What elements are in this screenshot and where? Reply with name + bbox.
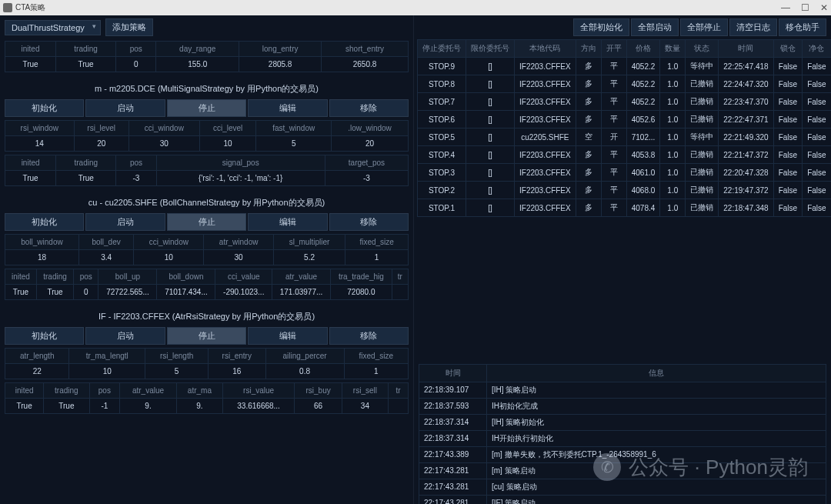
action-全部初始化[interactable]: 全部初始化	[573, 18, 629, 36]
order-row[interactable]: STOP.9[]IF2203.CFFEX多平4052.21.0等待中22:25:…	[418, 58, 832, 75]
table-row: TrueTrue072722.565...71017.434...-290.10…	[5, 285, 409, 300]
table-row: 22105160.81	[5, 364, 409, 379]
col-header: inited	[5, 155, 56, 171]
strategy-编辑-button[interactable]: 编辑	[248, 99, 327, 117]
log-row: 22:17:43.281[cu] 策略启动	[419, 479, 826, 495]
col-header: boll_dev	[78, 235, 133, 250]
col-header: cci_level	[199, 121, 256, 136]
strategy-初始化-button[interactable]: 初始化	[5, 99, 84, 117]
log-row: 22:17:43.281[IF] 策略启动	[419, 495, 826, 504]
order-header: 限价委托号	[466, 40, 515, 58]
log-row: 22:17:43.389[m] 撤单失败，找不到委托CTP.1_-2643589…	[419, 446, 826, 462]
action-全部启动[interactable]: 全部启动	[631, 18, 679, 36]
strategy-初始化-button[interactable]: 初始化	[5, 213, 84, 231]
action-移仓助手[interactable]: 移仓助手	[779, 18, 826, 36]
log-row: 22:18:39.107[IH] 策略启动	[419, 382, 826, 398]
strategy-title: cu - cu2205.SHFE (BollChannelStrategy by…	[5, 194, 409, 213]
order-row[interactable]: STOP.6[]IF2203.CFFEX多平4052.61.0已撤销22:22:…	[418, 111, 832, 129]
col-header: cci_value	[215, 269, 272, 285]
strategy-启动-button[interactable]: 启动	[85, 99, 165, 117]
order-row[interactable]: STOP.4[]IF2203.CFFEX多平4053.81.0已撤销22:21:…	[418, 146, 832, 164]
col-header: rsi_level	[74, 121, 128, 136]
close-icon[interactable]: ✕	[820, 2, 828, 13]
col-header: rsi_window	[5, 121, 75, 136]
orders-table: 停止委托号限价委托号本地代码方向开平价格数量状态时间锁仓净仓策略名STOP.9[…	[417, 39, 831, 217]
minimize-icon[interactable]: —	[781, 2, 790, 13]
col-header: rsi_entry	[209, 349, 266, 364]
strategy-params-table: initedtradingposboll_upboll_downcci_valu…	[5, 269, 409, 300]
order-row[interactable]: STOP.8[]IF2203.CFFEX多平4052.21.0已撤销22:24:…	[418, 75, 832, 93]
strategy-初始化-button[interactable]: 初始化	[5, 327, 84, 345]
strategy-params-table: rsi_windowrsi_levelcci_windowcci_levelfa…	[5, 120, 409, 152]
order-row[interactable]: STOP.2[]IF2203.CFFEX多平4068.01.0已撤销22:19:…	[418, 182, 832, 199]
order-header: 开平	[601, 40, 626, 58]
col-header: pos	[89, 383, 120, 399]
order-header: 本地代码	[515, 40, 576, 58]
strategy-启动-button[interactable]: 启动	[85, 213, 165, 231]
order-header: 数量	[660, 40, 686, 58]
col-header: tr	[388, 383, 408, 399]
col-header: tr_ma_lengtl	[69, 349, 145, 364]
log-table: 时间信息22:18:39.107[IH] 策略启动22:18:37.593IH初…	[419, 364, 826, 505]
col-header: pos	[116, 42, 156, 57]
col-header: atr_value	[120, 383, 177, 399]
col-header: sl_multiplier	[273, 235, 345, 250]
col-header: atr_window	[204, 235, 273, 250]
strategy-title: IF - IF2203.CFFEX (AtrRsiStrategy by 用Py…	[5, 308, 409, 327]
order-row[interactable]: STOP.1[]IF2203.CFFEX多平4078.41.0已撤销22:18:…	[418, 199, 832, 217]
log-header: 时间	[419, 364, 487, 382]
strategy-编辑-button[interactable]: 编辑	[248, 327, 327, 345]
col-header: rsi_length	[145, 349, 209, 364]
col-header: rsi_sell	[342, 383, 388, 399]
order-header: 停止委托号	[418, 40, 466, 58]
action-清空日志[interactable]: 清空日志	[729, 18, 777, 36]
col-header: rsi_value	[222, 383, 294, 399]
order-header: 净仓	[803, 40, 831, 58]
log-row: 22:18:37.593IH初始化完成	[419, 398, 826, 414]
add-strategy-button[interactable]: 添加策略	[105, 18, 153, 36]
col-header: trading	[36, 269, 73, 285]
strategy-params-table: initedtradingpossignal_postarget_posTrue…	[5, 155, 409, 186]
action-全部停止[interactable]: 全部停止	[680, 18, 728, 36]
strategy-select[interactable]: DualThrustStrategy	[5, 20, 101, 35]
order-row[interactable]: STOP.5[]cu2205.SHFE空开7102...1.0等待中22:21:…	[418, 129, 832, 146]
col-header: fixed_size	[344, 349, 408, 364]
col-header: inited	[5, 42, 56, 57]
strategy-停止-button[interactable]: 停止	[167, 213, 246, 231]
col-header: boll_up	[98, 269, 157, 285]
app-icon	[3, 3, 12, 12]
col-header: target_pos	[325, 155, 408, 171]
order-row[interactable]: STOP.3[]IF2203.CFFEX多平4061.01.0已撤销22:20:…	[418, 164, 832, 182]
col-header: trading	[56, 42, 116, 57]
col-header: day_range	[156, 42, 239, 57]
strategy-编辑-button[interactable]: 编辑	[248, 213, 327, 231]
table-row: TrueTrue-19.9.33.616668...6634	[5, 399, 409, 414]
col-header: rsi_buy	[295, 383, 342, 399]
strategy-停止-button[interactable]: 停止	[167, 99, 246, 117]
col-header: inited	[5, 383, 44, 399]
strategy-移除-button[interactable]: 移除	[329, 99, 409, 117]
col-header: boll_down	[157, 269, 215, 285]
col-header: atr_length	[5, 349, 69, 364]
table-row: 183.410305.21	[5, 250, 409, 265]
col-header: atr_value	[272, 269, 331, 285]
maximize-icon[interactable]: ☐	[801, 2, 809, 13]
strategy-移除-button[interactable]: 移除	[329, 213, 409, 231]
window-title: CTA策略	[15, 2, 45, 13]
col-header: .low_window	[331, 121, 408, 136]
strategy-启动-button[interactable]: 启动	[85, 327, 165, 345]
strategy-移除-button[interactable]: 移除	[329, 327, 409, 345]
col-header: short_entry	[322, 42, 409, 57]
strategy-params-table: initedtradingposatr_valueatr_marsi_value…	[5, 382, 409, 414]
order-row[interactable]: STOP.7[]IF2203.CFFEX多平4052.21.0已撤销22:23:…	[418, 93, 832, 111]
strategy-params-table: initedtradingposday_rangelong_entryshort…	[5, 41, 409, 72]
strategy-params-table: atr_lengthtr_ma_lengtlrsi_lengthrsi_entr…	[5, 348, 409, 379]
strategy-停止-button[interactable]: 停止	[167, 327, 246, 345]
col-header: ailing_percer	[265, 349, 344, 364]
order-header: 时间	[719, 40, 773, 58]
col-header: pos	[116, 155, 156, 171]
col-header: pos	[74, 269, 98, 285]
col-header: tr	[392, 269, 408, 285]
table-row: TrueTrue-3{'rsi': -1, 'cci': -1, 'ma': -…	[5, 171, 409, 186]
col-header: fixed_size	[345, 235, 409, 250]
